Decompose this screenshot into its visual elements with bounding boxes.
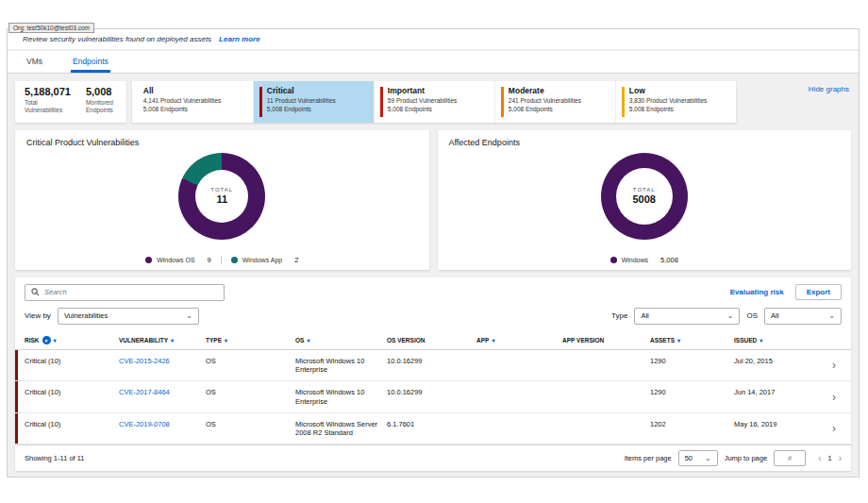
jump-to-page-label: Jump to page (725, 454, 767, 462)
critical-row-bar (15, 381, 18, 412)
assets-cell: 1290 (650, 388, 734, 397)
severity-card-all[interactable]: All 4,141 Product Vulnerabilities 5,008 … (132, 81, 253, 123)
severity-cards: All 4,141 Product Vulnerabilities 5,008 … (132, 81, 736, 123)
chevron-down-icon: ⌄ (705, 455, 711, 462)
legend-dot (145, 257, 152, 263)
affected-endpoints-chart-panel: Affected Endpoints TOTAL 5008 Windows 5,… (438, 130, 852, 270)
severity-card-important[interactable]: Important 59 Product Vulnerabilities 5,0… (374, 81, 494, 123)
sort-caret-icon: ▾ (307, 337, 309, 344)
sort-caret-icon: ▾ (760, 337, 762, 344)
column-header-vulnerability[interactable]: VULNERABILITY ▾ (119, 337, 206, 344)
sort-caret-icon: ▾ (677, 337, 680, 344)
column-header-issued[interactable]: ISSUED ▾ (734, 337, 824, 344)
total-vulnerabilities: 5,188,071 Total Vulnerabilities (25, 86, 71, 118)
column-header-os-version[interactable]: OS VERSION (387, 337, 476, 344)
column-header-app[interactable]: APP ▾ (476, 337, 562, 344)
type-cell: OS (206, 388, 295, 397)
risk-cell: Critical (10) (25, 357, 119, 366)
issued-cell: May 16, 2019 (734, 420, 824, 429)
table-footer: Showing 1-11 of 11 Items per page 50 ⌄ J… (15, 444, 851, 471)
important-severity-bar (380, 87, 383, 117)
critical-severity-bar (259, 87, 262, 117)
learn-more-link[interactable]: Learn more (219, 35, 260, 43)
table-row[interactable]: Critical (10) CVE-2015-2426 OS Microsoft… (15, 350, 851, 382)
items-per-page-label: Items per page (625, 454, 672, 462)
critical-vulnerabilities-chart-panel: Critical Product Vulnerabilities TOTAL 1… (15, 130, 429, 270)
jump-to-page-input[interactable] (774, 450, 806, 466)
chart-legend: Windows OS 9 Windows App 2 (15, 256, 429, 264)
severity-card-moderate[interactable]: Moderate 241 Product Vulnerabilities 5,0… (494, 81, 615, 123)
issued-cell: Jul 20, 2015 (734, 357, 824, 366)
table-header-row: RISK ▼ ▾ VULNERABILITY ▾ TYPE ▾ OS ▾ O (15, 332, 851, 350)
view-by-label: View by (25, 311, 51, 320)
type-cell: OS (206, 357, 295, 366)
os-dropdown[interactable]: All ⌄ (764, 308, 842, 325)
main-content: 5,188,071 Total Vulnerabilities 5,008 Mo… (8, 74, 859, 478)
vulnerabilities-donut-chart[interactable]: TOTAL 11 (178, 153, 265, 240)
assets-cell: 1290 (650, 357, 734, 366)
endpoints-donut-chart[interactable]: TOTAL 5008 (601, 153, 688, 240)
cve-link[interactable]: CVE-2019-0708 (119, 420, 206, 429)
banner-text: Review security vulnerabilities found on… (23, 35, 211, 43)
chevron-down-icon: ⌄ (727, 312, 734, 320)
column-header-risk[interactable]: RISK ▼ ▾ (25, 336, 119, 344)
chart-legend: Windows 5,008 (438, 256, 852, 264)
column-header-type[interactable]: TYPE ▾ (206, 337, 295, 344)
pagination: ‹ 1 › (818, 454, 842, 463)
main-tabs: VMs Endpoints (8, 49, 859, 74)
export-button[interactable]: Export (795, 284, 842, 300)
table-row[interactable]: Critical (10) CVE-2017-8464 OS Microsoft… (15, 381, 851, 413)
search-box[interactable] (25, 284, 225, 301)
chart-title: Affected Endpoints (449, 138, 841, 147)
current-page-number: 1 (827, 454, 831, 462)
sort-caret-icon: ▾ (171, 337, 174, 344)
sort-caret-icon: ▾ (54, 337, 57, 344)
hide-graphs-link[interactable]: Hide graphs (809, 85, 849, 123)
severity-card-critical[interactable]: Critical 11 Product Vulnerabilities 5,00… (253, 81, 374, 123)
chevron-down-icon: ⌄ (186, 312, 192, 320)
totals-card: 5,188,071 Total Vulnerabilities 5,008 Mo… (15, 81, 126, 123)
os-cell: Microsoft Windows 10 Enterprise (295, 357, 387, 376)
chart-title: Critical Product Vulnerabilities (26, 138, 418, 147)
os-version-cell: 10.0.16299 (387, 388, 476, 397)
row-expand-chevron-icon[interactable]: › (832, 392, 851, 403)
items-per-page-dropdown[interactable]: 50 ⌄ (678, 450, 718, 466)
legend-item-windows: Windows 5,008 (601, 256, 688, 264)
os-cell: Microsoft Windows 10 Enterprise (295, 388, 387, 407)
issued-cell: Jun 14, 2017 (734, 388, 824, 397)
type-cell: OS (206, 420, 295, 429)
next-page-icon[interactable]: › (839, 454, 842, 463)
table-toolbar: Evaluating risk Export (15, 277, 851, 306)
monitored-endpoints-value: 5,008 (86, 86, 113, 97)
legend-dot (231, 257, 238, 263)
severity-card-low[interactable]: Low 3,830 Product Vulnerabilities 5,008 … (615, 81, 736, 123)
sort-active-icon: ▼ (42, 336, 51, 344)
cve-link[interactable]: CVE-2015-2426 (119, 357, 206, 366)
cve-link[interactable]: CVE-2017-8464 (119, 388, 206, 397)
table-row[interactable]: Critical (10) CVE-2019-0708 OS Microsoft… (15, 413, 851, 445)
os-version-cell: 6.1.7601 (387, 420, 476, 429)
type-dropdown[interactable]: All ⌄ (634, 308, 740, 325)
previous-page-icon[interactable]: ‹ (818, 454, 821, 463)
vulnerabilities-table-panel: Evaluating risk Export View by Vulnerabi… (15, 277, 851, 472)
legend-dot (610, 257, 617, 263)
search-input[interactable] (44, 288, 218, 296)
os-version-cell: 10.0.16299 (387, 357, 476, 366)
row-expand-chevron-icon[interactable]: › (832, 360, 851, 371)
filters-row: View by Vulnerabilities ⌄ Type All ⌄ OS … (15, 306, 851, 332)
view-by-dropdown[interactable]: Vulnerabilities ⌄ (58, 308, 199, 325)
app-window: Review security vulnerabilities found on… (7, 28, 860, 478)
column-header-app-version[interactable]: APP VERSION (562, 337, 650, 344)
column-header-assets[interactable]: ASSETS ▾ (650, 337, 734, 344)
critical-row-bar (15, 413, 18, 444)
row-expand-chevron-icon[interactable]: › (832, 423, 851, 434)
evaluating-risk-link[interactable]: Evaluating risk (730, 288, 784, 296)
tab-vms[interactable]: VMs (25, 51, 44, 73)
os-cell: Microsoft Windows Server 2008 R2 Standar… (295, 420, 387, 439)
sort-caret-icon: ▾ (225, 337, 227, 344)
chevron-down-icon: ⌄ (828, 312, 835, 320)
legend-item-windows-os: Windows OS 9 (136, 256, 222, 264)
type-label: Type (611, 311, 627, 320)
tab-endpoints[interactable]: Endpoints (71, 51, 110, 73)
column-header-os[interactable]: OS ▾ (295, 337, 387, 344)
